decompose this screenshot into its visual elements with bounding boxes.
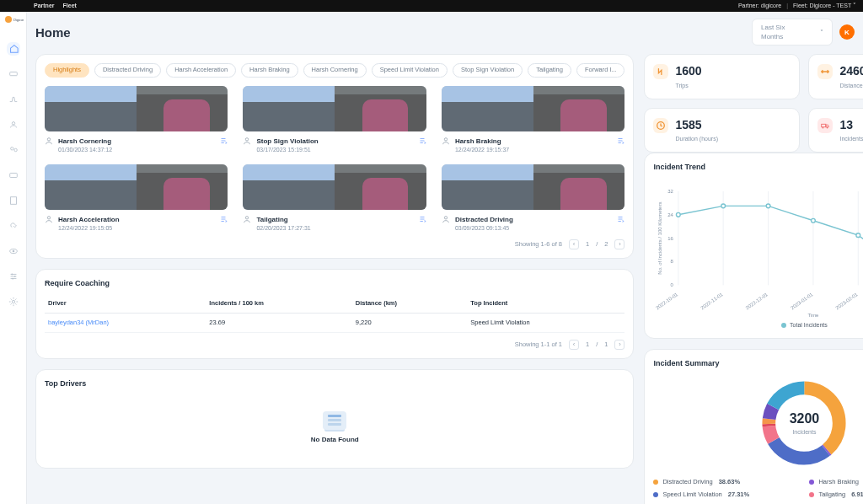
topbar-fleet-switch[interactable]: Fleet: Digicore - TEST ˅ [793,2,856,10]
topbar-fleet[interactable]: Fleet [63,2,77,10]
topbar-partner[interactable]: Partner [34,2,55,10]
top-bar: Partner Fleet Partner: digicore | Fleet:… [0,0,863,12]
topbar-partner-info: Partner: digicore [738,2,781,10]
